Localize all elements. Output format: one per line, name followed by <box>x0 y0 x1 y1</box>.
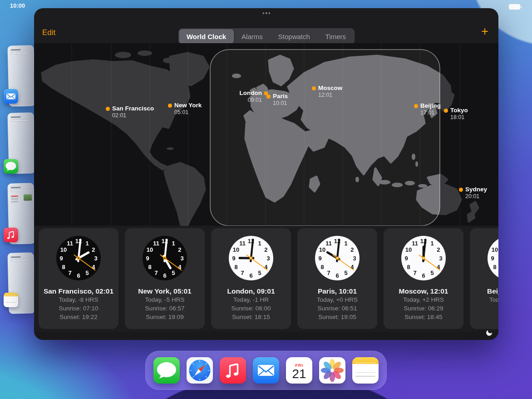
messages-app-icon[interactable] <box>153 357 180 384</box>
svg-text:2: 2 <box>92 246 95 253</box>
tab-alarms[interactable]: Alarms <box>234 29 271 44</box>
svg-text:3: 3 <box>353 255 356 262</box>
edit-button[interactable]: Edit <box>42 28 55 37</box>
svg-text:1: 1 <box>258 240 261 247</box>
notes-app-icon[interactable] <box>352 357 379 384</box>
svg-text:9: 9 <box>59 255 63 262</box>
notes-yellow-bar <box>4 293 18 296</box>
status-bar-time: 10:00 <box>10 2 25 9</box>
svg-text:11: 11 <box>153 240 159 247</box>
world-clock-card-san-francisco[interactable]: 123456789101112 San Francisco, 02:01 Tod… <box>39 228 118 329</box>
svg-text:8: 8 <box>493 264 496 270</box>
card-sunset: Sunset: 19:05 <box>318 313 356 321</box>
svg-text:7: 7 <box>154 269 158 276</box>
svg-text:11: 11 <box>498 240 498 247</box>
card-offset: Today, -1 HR <box>233 296 269 304</box>
svg-text:7: 7 <box>413 269 416 276</box>
music-app-icon[interactable] <box>4 228 18 242</box>
analog-clock: 123456789101112 <box>400 228 447 284</box>
tab-timers[interactable]: Timers <box>318 29 354 44</box>
stage-app-mail[interactable] <box>0 45 34 120</box>
svg-text:9: 9 <box>232 255 235 262</box>
analog-clock: 123456789101112 <box>55 228 102 284</box>
add-city-button[interactable]: + <box>481 25 488 39</box>
card-sunrise: Sunrise: 06:00 <box>231 304 271 313</box>
world-clock-cards-scroll[interactable]: 123456789101112 San Francisco, 02:01 Tod… <box>34 228 498 329</box>
mail-app-icon[interactable] <box>4 89 18 104</box>
world-clock-card-new-york[interactable]: 123456789101112 New York, 05:01 Today, -… <box>125 228 205 329</box>
svg-text:10: 10 <box>147 246 153 253</box>
card-city-time: Moscow, 12:01 <box>399 287 448 295</box>
world-clock-cards-region: 123456789101112 San Francisco, 02:01 Tod… <box>34 226 498 332</box>
card-city-time: London, 09:01 <box>227 287 275 295</box>
analog-clock: 123456789101112 <box>314 228 361 284</box>
card-sunrise: Sunrise: 06:51 <box>317 304 357 313</box>
svg-text:10: 10 <box>492 246 498 253</box>
card-sunset: Sunset: 19:22 <box>59 313 97 321</box>
svg-text:1: 1 <box>172 240 175 247</box>
world-map-graphic <box>34 43 498 226</box>
ipad-screen: 10:00 Edit World ClockAlarmsStopwatchTim… <box>0 0 532 399</box>
svg-text:6: 6 <box>163 272 166 279</box>
svg-text:2: 2 <box>350 246 354 253</box>
svg-text:5: 5 <box>172 269 175 276</box>
calendar-app-icon[interactable]: FRI21 <box>286 357 312 384</box>
tab-world-clock[interactable]: World Clock <box>179 29 234 44</box>
notes-ruled-lines <box>355 369 375 379</box>
music-app-icon[interactable] <box>220 357 246 384</box>
analog-clock: 123456789101112 <box>227 228 275 284</box>
svg-text:8: 8 <box>407 264 410 270</box>
clock-header: Edit World ClockAlarmsStopwatchTimers + <box>34 8 498 43</box>
calendar-day-number: 21 <box>292 368 306 380</box>
svg-text:6: 6 <box>422 272 425 279</box>
card-sunset: Sunset: 18:45 <box>404 313 442 321</box>
card-sunrise: Sunrise: 06:29 <box>404 304 443 313</box>
world-clock-card-paris[interactable]: 123456789101112 Paris, 10:01 Today, +0 H… <box>297 228 377 329</box>
svg-text:10: 10 <box>319 246 325 253</box>
svg-text:9: 9 <box>491 255 494 262</box>
svg-text:9: 9 <box>318 255 321 262</box>
card-offset: Today, +0 HRS <box>317 296 358 304</box>
world-clock-card-beijing[interactable]: 123456789101112 Beijing, 17:01 Today, +7… <box>470 228 498 329</box>
analog-clock: 123456789101112 <box>141 228 188 284</box>
svg-text:11: 11 <box>67 240 73 247</box>
svg-text:8: 8 <box>320 264 324 270</box>
tab-stopwatch[interactable]: Stopwatch <box>271 29 318 44</box>
svg-text:3: 3 <box>439 255 442 262</box>
mail-app-icon[interactable] <box>253 357 279 384</box>
world-clock-card-london[interactable]: 123456789101112 London, 09:01 Today, -1 … <box>211 228 291 329</box>
svg-text:3: 3 <box>266 255 270 262</box>
svg-text:1: 1 <box>344 240 347 247</box>
battery-icon <box>509 4 520 10</box>
svg-text:8: 8 <box>234 264 237 270</box>
photos-app-icon[interactable] <box>319 357 345 384</box>
card-city-time: San Francisco, 02:01 <box>44 287 113 295</box>
messages-app-icon[interactable] <box>4 159 18 174</box>
svg-text:1: 1 <box>85 240 89 247</box>
svg-text:8: 8 <box>62 264 65 270</box>
card-city-time: New York, 05:01 <box>138 287 191 295</box>
dock: FRI21 <box>145 351 387 390</box>
svg-text:2: 2 <box>264 246 267 253</box>
svg-text:5: 5 <box>258 269 261 276</box>
stage-app-messages[interactable] <box>0 113 34 187</box>
stage-app-music[interactable] <box>0 183 34 258</box>
card-sunset: Sunset: 18:15 <box>232 313 270 321</box>
clock-tabs-segmented-control: World ClockAlarmsStopwatchTimers <box>178 28 355 45</box>
card-sunrise: Sunrise: 07:10 <box>59 304 98 313</box>
notes-ruled-lines <box>5 299 16 305</box>
notes-app-icon[interactable] <box>4 293 18 307</box>
svg-text:5: 5 <box>344 269 347 276</box>
safari-app-icon[interactable] <box>187 357 213 384</box>
crescent-moon-icon <box>485 329 493 337</box>
stage-app-notes[interactable] <box>0 253 34 327</box>
svg-text:3: 3 <box>94 255 97 262</box>
card-offset: Today, -5 HRS <box>145 296 185 304</box>
svg-text:10: 10 <box>60 246 67 253</box>
card-sunset: Sunset: 19:09 <box>146 313 183 321</box>
svg-text:3: 3 <box>180 255 183 262</box>
world-clock-card-moscow[interactable]: 123456789101112 Moscow, 12:01 Today, +2 … <box>384 228 463 329</box>
card-sunrise: Sunrise: 06:57 <box>145 304 184 313</box>
svg-text:11: 11 <box>239 240 246 247</box>
card-offset: Today, +7 HRS <box>489 296 498 304</box>
